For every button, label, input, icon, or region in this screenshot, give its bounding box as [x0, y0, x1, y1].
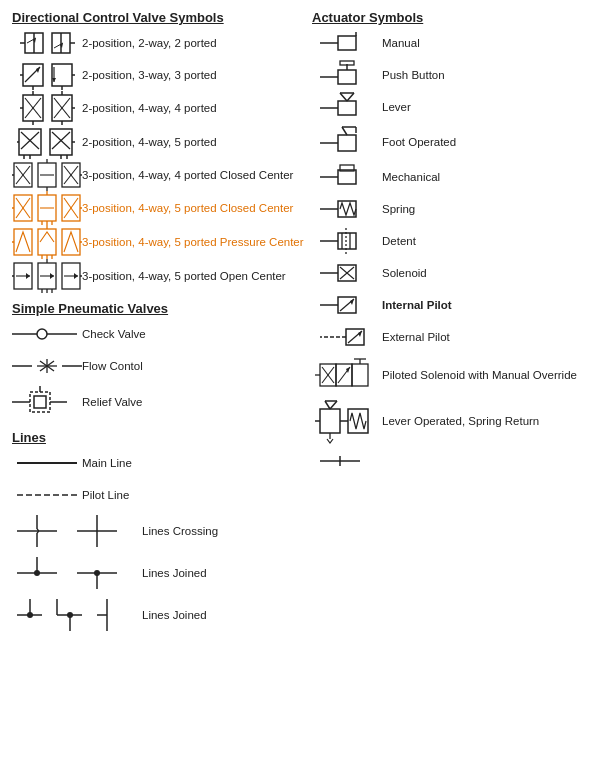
svg-rect-130	[338, 36, 356, 50]
lines-label-joined-1: Lines Joined	[142, 566, 207, 581]
table-row: Main Line	[12, 449, 312, 477]
svg-rect-152	[338, 233, 356, 249]
table-row: External Pilot	[312, 323, 600, 351]
table-row: Manual	[312, 29, 600, 57]
actuator-label-lever: Lever	[382, 100, 411, 115]
symbol-internal-pilot	[312, 293, 382, 317]
actuator-title: Actuator Symbols	[312, 10, 600, 25]
actuator-label-spring: Spring	[382, 202, 415, 217]
symbol-manual	[312, 32, 382, 54]
symbol-3pos-4way-5-pressure	[12, 227, 82, 257]
table-row: 3-position, 4-way, 5 ported Open Center	[12, 261, 312, 291]
svg-point-117	[34, 570, 40, 576]
table-row: Mechanical	[312, 163, 600, 191]
symbol-solenoid	[312, 261, 382, 285]
symbol-3pos-4way-5-open	[12, 261, 82, 291]
table-row: 2-position, 3-way, 3 ported	[12, 61, 312, 89]
symbol-2pos-4way-5	[12, 127, 82, 157]
symbol-2pos-4way-4	[12, 93, 82, 123]
svg-rect-179	[320, 409, 340, 433]
symbol-lever-spring-return	[312, 399, 382, 443]
svg-point-123	[27, 612, 33, 618]
symbol-push-button	[312, 64, 382, 86]
pneumatic-title: Simple Pneumatic Valves	[12, 301, 312, 316]
actuator-label-manual: Manual	[382, 36, 420, 51]
pneumatic-label-check: Check Valve	[82, 327, 146, 342]
symbol-3pos-4way-4-closed	[12, 161, 82, 189]
table-row: 3-position, 4-way, 5 ported Pressure Cen…	[12, 227, 312, 257]
table-row: 3-position, 4-way, 5 ported Closed Cente…	[12, 193, 312, 223]
lines-label-crossing: Lines Crossing	[142, 524, 218, 539]
symbol-detent	[312, 227, 382, 255]
actuator-label-external-pilot: External Pilot	[382, 330, 450, 345]
svg-point-127	[67, 612, 73, 618]
actuator-label-mechanical: Mechanical	[382, 170, 440, 185]
right-column: Actuator Symbols Manual	[312, 10, 600, 639]
svg-rect-142	[338, 135, 356, 151]
svg-marker-17	[36, 67, 40, 73]
svg-rect-11	[52, 64, 72, 86]
symbol-spring	[312, 197, 382, 221]
dcv-label-3: 2-position, 4-way, 4 ported	[82, 101, 217, 116]
symbol-lever	[312, 93, 382, 121]
actuator-label-internal-pilot: Internal Pilot	[382, 298, 452, 313]
svg-marker-89	[26, 273, 30, 279]
table-row: Flow Contol	[12, 352, 312, 380]
table-row: 2-position, 4-way, 4 ported	[12, 93, 312, 123]
symbol-check-valve	[12, 325, 82, 343]
lines-label-main: Main Line	[82, 456, 132, 471]
svg-line-140	[347, 93, 354, 101]
svg-marker-164	[350, 299, 354, 305]
svg-point-120	[94, 570, 100, 576]
table-row: Push Button	[312, 61, 600, 89]
dcv-title: Directional Control Valve Symbols	[12, 10, 312, 25]
table-row: Internal Pilot	[312, 291, 600, 319]
table-row: Spring	[312, 195, 600, 223]
table-row: 3-position, 4-way, 4 ported Closed Cente…	[12, 161, 312, 189]
svg-line-139	[340, 93, 347, 101]
lines-section: Lines Main Line Pilot Line	[12, 430, 312, 633]
dcv-label-5: 3-position, 4-way, 4 ported Closed Cente…	[82, 168, 293, 183]
svg-rect-133	[338, 70, 356, 84]
symbol-last	[312, 452, 382, 470]
svg-rect-136	[340, 61, 354, 65]
svg-line-182	[330, 401, 337, 409]
lines-title: Lines	[12, 430, 312, 445]
symbol-main-line	[12, 457, 82, 469]
actuator-label-detent: Detent	[382, 234, 416, 249]
table-row: 2-position, 2-way, 2 ported	[12, 29, 312, 57]
symbol-piloted-solenoid	[312, 356, 382, 394]
svg-rect-104	[30, 392, 50, 412]
table-row: Relief Valve	[12, 384, 312, 420]
actuator-label-lever-spring: Lever Operated, Spring Return	[382, 414, 539, 429]
symbol-pilot-line	[12, 489, 82, 501]
symbol-foot-operated	[312, 125, 382, 159]
dcv-label-4: 2-position, 4-way, 5 ported	[82, 135, 217, 150]
table-row: Piloted Solenoid with Manual Override	[312, 355, 600, 395]
symbol-external-pilot	[312, 325, 382, 349]
pneumatic-label-relief: Relief Valve	[82, 395, 143, 410]
dcv-label-8: 3-position, 4-way, 5 ported Open Center	[82, 269, 286, 284]
table-row: Check Valve	[12, 320, 312, 348]
table-row: Lever	[312, 93, 600, 121]
table-row: Lines Joined	[12, 555, 312, 591]
symbol-relief-valve	[12, 384, 82, 420]
table-row: Detent	[312, 227, 600, 255]
pneumatic-label-flow: Flow Contol	[82, 359, 143, 374]
actuator-label-foot: Foot Operated	[382, 135, 456, 150]
svg-rect-147	[338, 170, 356, 184]
table-row: Lines Joined	[12, 597, 312, 633]
table-row: Lever Operated, Spring Return	[312, 399, 600, 443]
left-column: Directional Control Valve Symbols	[12, 10, 312, 639]
svg-point-95	[37, 329, 47, 339]
pneumatic-section: Simple Pneumatic Valves Check Valve	[12, 301, 312, 420]
symbol-3pos-4way-5-closed	[12, 193, 82, 223]
dcv-label-6: 3-position, 4-way, 5 ported Closed Cente…	[82, 201, 293, 216]
symbol-flow-control	[12, 355, 82, 377]
table-row: Solenoid	[312, 259, 600, 287]
lines-label-joined-2: Lines Joined	[142, 608, 207, 623]
dcv-label-1: 2-position, 2-way, 2 ported	[82, 36, 217, 51]
dcv-label-2: 2-position, 3-way, 3 ported	[82, 68, 217, 83]
actuator-label-pushbutton: Push Button	[382, 68, 445, 83]
svg-marker-93	[74, 273, 78, 279]
